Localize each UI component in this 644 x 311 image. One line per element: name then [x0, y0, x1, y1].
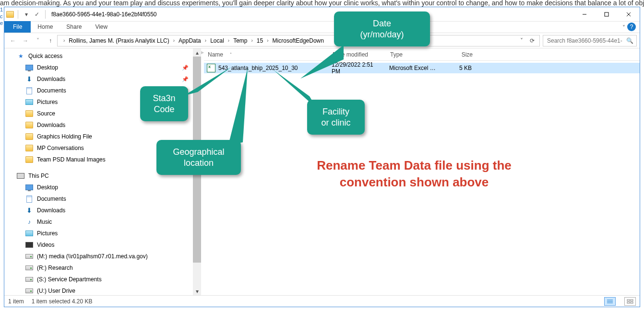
pc-icon — [17, 172, 24, 180]
sidebar-item-label: Videos — [37, 242, 54, 248]
col-name-label: Name — [208, 51, 223, 58]
status-selection: 1 item selected 4.20 KB — [32, 298, 93, 305]
folder-icon — [25, 156, 33, 163]
chevron-right-icon[interactable]: › — [172, 38, 176, 43]
folder-icon — [25, 121, 33, 129]
sidebar-item-label: Downloads — [37, 207, 65, 214]
svg-rect-8 — [631, 299, 633, 301]
svg-rect-9 — [627, 302, 630, 303]
qat-check-icon[interactable]: ✓ — [33, 10, 41, 19]
status-count: 1 item — [8, 298, 24, 305]
chevron-right-icon[interactable]: › — [204, 38, 207, 43]
drive-icon — [25, 287, 33, 295]
sidebar-item-label: Pictures — [37, 99, 58, 105]
callout-facility-text: Facility or clinic — [321, 107, 350, 127]
tab-view[interactable]: View — [88, 21, 114, 33]
qat-dropdown-icon[interactable]: ▾ — [22, 10, 31, 19]
sidebar-item-label: Documents — [37, 196, 66, 202]
sidebar-item[interactable]: (S:) Service Departments — [4, 274, 201, 285]
desktop-icon — [25, 64, 33, 71]
crumb[interactable]: AppData — [176, 37, 204, 44]
column-headers: Name ˄ Date modified Type Size — [204, 48, 640, 61]
file-tab[interactable]: File — [4, 21, 31, 33]
chevron-right-icon[interactable]: › — [250, 38, 254, 43]
window-title: f8ae3660-5965-44e1-98a0-16e2bf4f0550 — [51, 11, 157, 18]
chevron-right-icon[interactable]: › — [62, 38, 66, 43]
address-dropdown-icon[interactable]: ˅ — [517, 37, 526, 44]
svg-rect-7 — [627, 299, 630, 301]
callout-geo: Geographical location — [156, 140, 241, 175]
quick-access[interactable]: ★ Quick access — [4, 50, 201, 62]
star-icon: ★ — [17, 52, 24, 60]
sidebar-item[interactable]: Desktop — [4, 182, 201, 193]
ribbon: File Home Share View ˅ ? — [4, 22, 640, 33]
sidebar-item-label: (M:) media (\\r01palhsm07.r01.med.va.gov… — [37, 253, 148, 260]
sidebar-item-label: Source — [37, 110, 55, 117]
recent-dropdown-icon[interactable]: ˅ — [32, 35, 44, 46]
tab-share[interactable]: Share — [60, 21, 88, 33]
folder-icon — [25, 144, 33, 152]
crumb[interactable]: 15 — [254, 37, 266, 44]
sidebar-item-label: Documents — [37, 87, 66, 94]
callout-sta3n-text: Sta3n Code — [153, 93, 175, 114]
sidebar-item[interactable]: (M:) media (\\r01palhsm07.r01.med.va.gov… — [4, 251, 201, 262]
pic-icon — [25, 98, 33, 106]
sidebar-item[interactable]: ⬇Downloads — [4, 205, 201, 216]
close-button[interactable] — [618, 7, 640, 22]
doc-icon — [25, 195, 33, 203]
drive-icon — [25, 276, 33, 283]
chevron-right-icon[interactable]: › — [227, 38, 230, 43]
sort-asc-icon: ˄ — [230, 52, 232, 57]
tab-home[interactable]: Home — [31, 21, 60, 33]
sidebar-item[interactable]: Desktop📌 — [4, 62, 201, 73]
search-icon: 🔍 — [626, 37, 633, 44]
drive-icon — [25, 264, 33, 272]
sidebar-item-label: Desktop — [37, 184, 58, 191]
sidebar-item-label: MP Conversations — [37, 145, 84, 151]
callout-date: Date (yr/mo/day) — [334, 12, 430, 46]
sidebar-item-label: (S:) Service Departments — [37, 276, 102, 283]
view-details-button[interactable] — [604, 297, 616, 306]
file-type: Microsoft Excel W... — [385, 65, 442, 71]
instruction-text: Rename Team Data file using the conventi… — [301, 157, 527, 191]
sidebar-item[interactable]: ♪Music — [4, 216, 201, 228]
maximize-button[interactable] — [596, 7, 618, 22]
sidebar-item[interactable]: Pictures — [4, 228, 201, 239]
view-large-icons-button[interactable] — [624, 297, 636, 306]
down-icon: ⬇ — [25, 75, 33, 83]
crumb[interactable]: Temp — [230, 37, 250, 44]
titlebar: ▾ ✓ f8ae3660-5965-44e1-98a0-16e2bf4f0550 — [4, 7, 640, 22]
col-size[interactable]: Size — [443, 51, 477, 58]
help-icon[interactable]: ? — [627, 23, 636, 31]
sidebar-item[interactable]: Documents — [4, 193, 201, 205]
crumb[interactable]: Local — [207, 37, 227, 44]
up-button[interactable]: ↑ — [45, 35, 56, 46]
address-bar[interactable]: › Rollins, James M. (Praxis Analytix LLC… — [57, 35, 540, 46]
scroll-up-icon[interactable]: ▴ — [193, 48, 201, 57]
sidebar-item[interactable]: (U:) User Drive — [4, 285, 201, 295]
sidebar-item[interactable]: Videos — [4, 239, 201, 251]
sidebar-item-label: Team PSD Manual Images — [37, 156, 106, 163]
file-row[interactable]: 543_atlanta_bhip_2025_10_3012/29/2022 2:… — [204, 63, 640, 73]
folder-icon — [25, 133, 33, 140]
ribbon-collapse-icon[interactable]: ˅ — [622, 24, 625, 31]
refresh-icon[interactable]: ⟳ — [528, 37, 537, 44]
chevron-right-icon[interactable]: › — [266, 38, 269, 43]
video-icon — [25, 241, 33, 249]
minimize-button[interactable] — [573, 7, 596, 22]
crumb[interactable]: MicrosoftEdgeDown — [270, 37, 327, 44]
sidebar-item[interactable]: (R:) Research — [4, 262, 201, 274]
crumb[interactable]: Rollins, James M. (Praxis Analytix LLC) — [66, 37, 172, 44]
scroll-down-icon[interactable]: ▾ — [193, 287, 201, 295]
sidebar-item-label: Music — [37, 219, 52, 225]
svg-rect-10 — [631, 302, 633, 303]
sidebar-item[interactable]: ⬇Downloads📌 — [4, 73, 201, 85]
svg-marker-13 — [228, 68, 248, 145]
search-box[interactable]: 🔍 — [543, 35, 637, 46]
col-type[interactable]: Type — [386, 51, 443, 58]
search-input[interactable] — [546, 37, 623, 45]
this-pc-label: This PC — [28, 173, 49, 179]
sidebar-item-label: Graphics Holding File — [37, 133, 92, 140]
forward-button[interactable]: → — [20, 35, 31, 46]
back-button[interactable]: ← — [7, 35, 19, 46]
